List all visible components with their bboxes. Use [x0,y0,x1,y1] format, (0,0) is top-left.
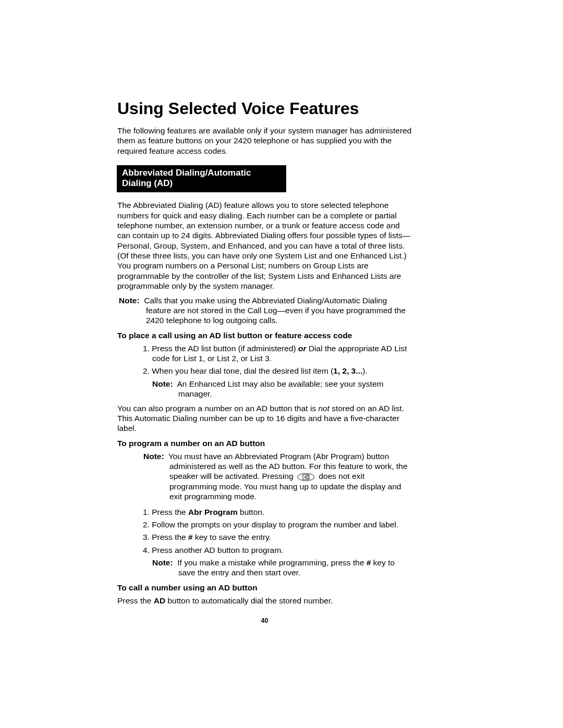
subheading-call-ad: To call a number using an AD button [117,583,412,593]
note-text-hash: # [366,558,371,567]
step-c: key to save the entry. [193,533,271,541]
subheading-program: To program a number on an AD button [117,439,412,448]
para-a: You can also program a number on an AD b… [117,404,318,413]
speaker-button-icon [297,473,315,481]
note-text-a: You must have an Abbreviated Program (Ab… [168,452,408,481]
para-not: not [318,404,329,413]
section-header-ad: Abbreviated Dialing/Automatic Dialing (A… [117,165,286,192]
note-enhanced-list: Note: An Enhanced List may also be avail… [117,379,412,399]
final-a: Press the [117,596,154,605]
step-text-b: 1, 2, 3... [333,366,362,375]
step-text-c: ). [362,366,367,375]
note-mistake: Note: If you make a mistake while progra… [117,558,412,578]
final-ad: AD [154,596,165,605]
step-2-2: 2. Follow the prompts on your display to… [117,520,412,529]
intro-paragraph: The following features are available onl… [117,126,412,156]
step-1-1: 1. Press the AD list button (if administ… [117,343,412,364]
page-title: Using Selected Voice Features [117,99,412,118]
note-program: Note: You must have an Abbreviated Progr… [117,451,412,502]
note-text-a: If you make a mistake while programming,… [177,558,366,567]
page-number: 40 [117,617,412,624]
note-spacer [164,452,168,461]
note-call-log: Note: Calls that you make using the Abbr… [117,295,412,326]
step-a: 1. Press the [143,508,188,516]
final-instruction: Press the AD button to automatically dia… [117,596,412,606]
step-2-4: 4. Press another AD button to program. [117,545,412,555]
step-text-a: 2. When you hear dial tone, dial the des… [143,366,333,375]
note-label: Note: [152,558,173,567]
step-text-or: or [298,344,307,353]
step-b: # [188,533,193,541]
step-a: 3. Press the [143,533,188,541]
note-spacer [173,558,178,567]
step-b: Abr Program [188,508,238,516]
final-c: button to automatically dial the stored … [165,596,333,605]
note-label: Note: [119,296,140,305]
note-text: Calls that you make using the Abbreviate… [144,296,406,325]
step-2-3: 3. Press the # key to save the entry. [117,532,412,542]
ad-description: The Abbreviated Dialing (AD) feature all… [117,200,412,291]
page-root: Using Selected Voice Features The follow… [0,0,563,624]
auto-dialing-para: You can also program a number on an AD b… [117,403,412,434]
step-text-a: 1. Press the AD list button (if administ… [143,344,298,353]
step-1-2: 2. When you hear dial tone, dial the des… [117,366,412,376]
content: Using Selected Voice Features The follow… [117,99,412,624]
subheading-place-call: To place a call using an AD list button … [117,331,412,340]
step-c: button. [238,508,265,516]
note-text: An Enhanced List may also be available; … [177,379,383,398]
note-label: Note: [152,379,173,388]
step-2-1: 1. Press the Abr Program button. [117,507,412,517]
note-label: Note: [143,452,164,461]
svg-rect-2 [307,475,308,478]
note-spacer [140,296,144,305]
